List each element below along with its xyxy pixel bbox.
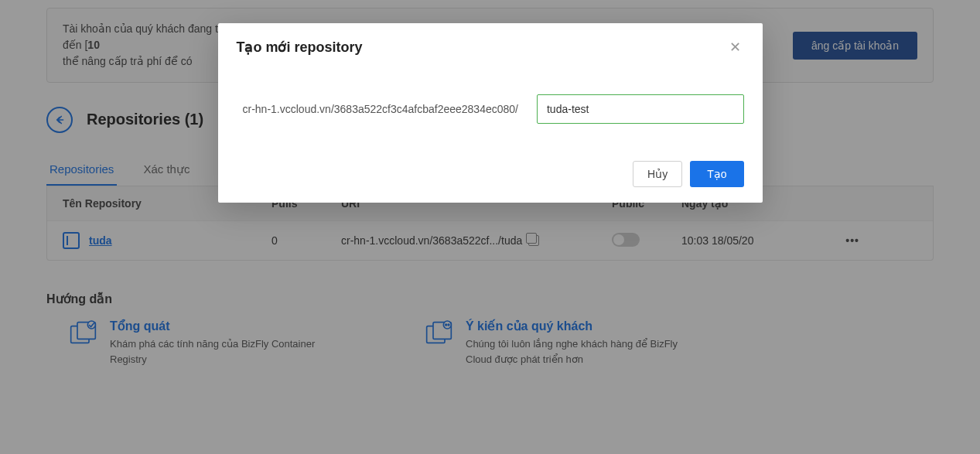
- modal-title: Tạo mới repository: [237, 39, 363, 56]
- repo-uri-prefix: cr-hn-1.vccloud.vn/3683a522cf3c4afcbaf2e…: [243, 103, 518, 115]
- create-button[interactable]: Tạo: [690, 161, 743, 187]
- repo-name-input[interactable]: [537, 94, 744, 124]
- close-icon[interactable]: ✕: [726, 37, 744, 57]
- modal-overlay[interactable]: Tạo mới repository ✕ cr-hn-1.vccloud.vn/…: [0, 0, 980, 454]
- create-repo-modal: Tạo mới repository ✕ cr-hn-1.vccloud.vn/…: [218, 23, 763, 203]
- cancel-button[interactable]: Hủy: [633, 161, 682, 187]
